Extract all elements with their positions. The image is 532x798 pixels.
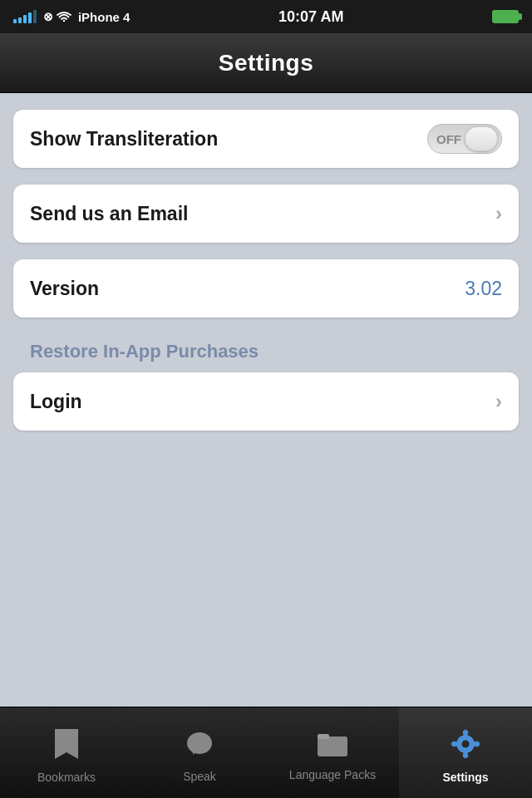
- transliteration-label: Show Transliteration: [30, 128, 218, 150]
- email-group: Send us an Email ›: [13, 185, 519, 243]
- gear-icon: [451, 729, 480, 766]
- version-value: 3.02: [465, 278, 502, 300]
- tab-settings[interactable]: Settings: [399, 707, 532, 798]
- settings-content: Show Transliteration OFF Send us an Emai…: [0, 93, 532, 447]
- login-row[interactable]: Login ›: [13, 372, 519, 431]
- login-group: Login ›: [13, 372, 519, 431]
- status-left: ⊗ iPhone 4: [13, 10, 130, 24]
- version-group: Version 3.02: [13, 259, 519, 318]
- version-label: Version: [30, 278, 99, 300]
- email-chevron-icon: ›: [495, 202, 502, 225]
- tab-bookmarks-label: Bookmarks: [37, 771, 96, 784]
- send-email-row[interactable]: Send us an Email ›: [13, 185, 519, 243]
- show-transliteration-row[interactable]: Show Transliteration OFF: [13, 110, 519, 168]
- tab-bar: Bookmarks Speak Language Packs: [0, 707, 532, 798]
- svg-point-7: [462, 740, 470, 747]
- tab-speak[interactable]: Speak: [133, 707, 266, 798]
- login-label: Login: [30, 391, 82, 413]
- version-row: Version 3.02: [13, 259, 519, 318]
- svg-rect-5: [318, 734, 329, 739]
- battery-icon: [492, 10, 519, 23]
- toggle-off-label: OFF: [436, 132, 461, 146]
- svg-marker-0: [55, 729, 78, 759]
- tab-settings-label: Settings: [442, 771, 488, 784]
- tab-language-packs-label: Language Packs: [289, 768, 376, 781]
- device-name: iPhone 4: [78, 10, 131, 24]
- folder-icon: [318, 731, 347, 763]
- page-title: Settings: [219, 50, 313, 76]
- login-chevron-icon: ›: [495, 390, 502, 413]
- signal-bars: [13, 10, 37, 23]
- toggle-container[interactable]: OFF: [427, 124, 502, 154]
- tab-speak-label: Speak: [183, 770, 216, 783]
- svg-point-1: [187, 732, 212, 754]
- email-label: Send us an Email: [30, 203, 188, 225]
- restore-purchases-header[interactable]: Restore In-App Purchases: [13, 334, 519, 372]
- transliteration-group: Show Transliteration OFF: [13, 110, 519, 168]
- bookmark-icon: [55, 729, 78, 766]
- status-right: [492, 10, 519, 23]
- toggle-thumb: [465, 126, 498, 151]
- tab-language-packs[interactable]: Language Packs: [266, 707, 399, 798]
- status-bar: ⊗ iPhone 4 10:07 AM: [0, 0, 532, 33]
- nav-bar: Settings: [0, 33, 532, 93]
- transliteration-toggle[interactable]: OFF: [427, 124, 502, 154]
- tab-bookmarks[interactable]: Bookmarks: [0, 707, 133, 798]
- speak-icon: [185, 730, 214, 765]
- status-time: 10:07 AM: [278, 8, 343, 26]
- wifi-icon: ⊗: [43, 10, 71, 23]
